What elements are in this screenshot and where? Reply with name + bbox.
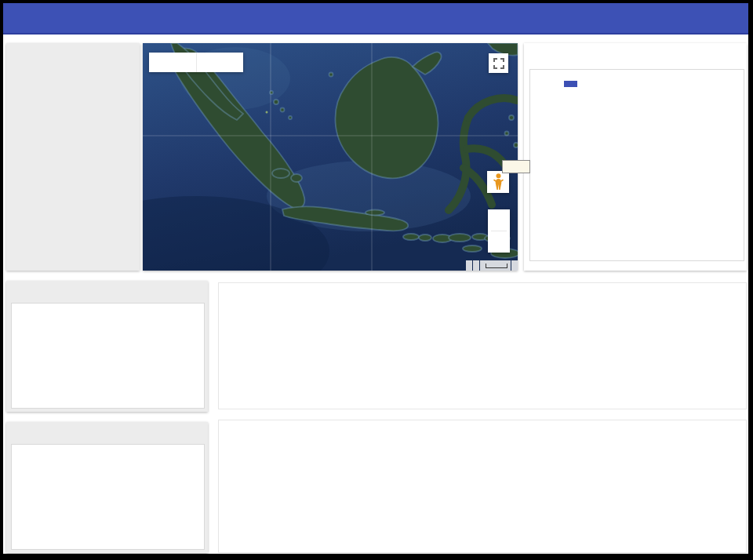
window-frame [748,0,753,560]
map-attribution [466,260,518,271]
island-sumba [463,245,482,252]
pie-produk-frame [11,303,205,409]
island-singapore [266,111,268,114]
island-belitung [291,174,302,182]
fullscreen-button[interactable] [489,53,508,73]
zoom-out-button[interactable] [488,231,510,253]
gauge-chart [20,162,118,260]
pegman-icon [493,173,504,191]
map-widget [143,43,518,271]
island-riau [281,108,285,112]
map-zoom-control [488,209,510,253]
window-frame [0,554,753,560]
keyboard-shortcuts-link[interactable] [466,260,472,271]
map-type-control [149,53,243,72]
window-frame [0,0,3,560]
pie-lokasi-frame [11,444,205,550]
map-scale [480,260,511,271]
island-bali [403,234,419,240]
island-lombok [419,235,431,241]
line-penjualan-chart [219,283,744,407]
fullscreen-icon [493,58,504,69]
zoom-in-button[interactable] [488,209,510,231]
island-madura [366,210,384,216]
close-tooltip [502,160,530,173]
map-type-satellite-button[interactable] [196,53,244,72]
line-terjual-chart [219,420,744,551]
island-natuna [329,73,333,77]
header-divider [3,33,750,35]
island-riau [274,100,278,104]
map-canvas[interactable] [143,43,518,271]
salesboard-chart-frame [529,69,744,261]
map-type-map-button[interactable] [149,53,196,72]
scale-bar [486,264,507,268]
island-flores [449,234,471,242]
island-bangka [272,169,289,178]
island-riau [289,116,292,119]
island-maluku [514,143,518,147]
terms-link[interactable] [511,260,518,271]
header-bar [3,3,750,33]
window-frame [0,0,753,3]
pegman-control[interactable] [487,171,509,193]
legend-swatch [564,81,577,87]
island-maluku [509,115,514,120]
map-data-attribution [473,260,479,271]
island-maluku [505,132,509,136]
